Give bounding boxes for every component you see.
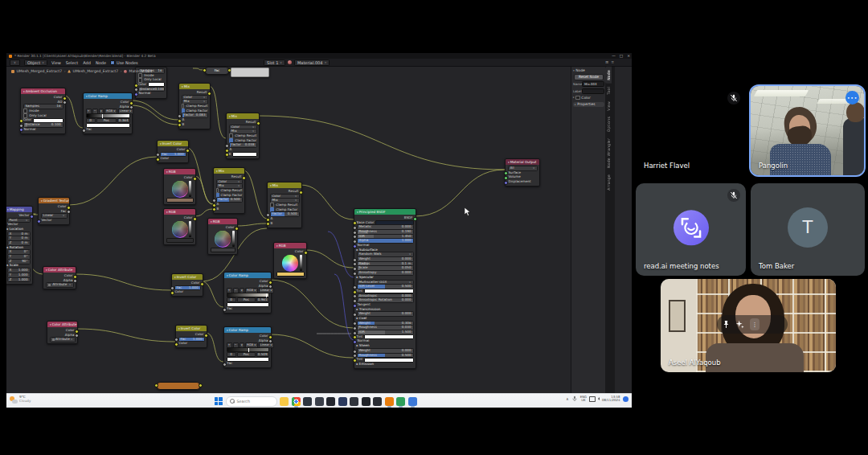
app-icon-3[interactable] — [326, 397, 335, 406]
taskbar-search[interactable]: Search — [226, 396, 277, 407]
node-header[interactable]: Invert Color — [158, 141, 188, 146]
node-header[interactable]: RGB — [164, 169, 195, 174]
node-header[interactable]: Invert Color — [172, 274, 203, 280]
effects-sparkle-icon[interactable] — [735, 320, 744, 329]
tray-chevron-icon[interactable]: ∧ — [566, 397, 568, 401]
app-icon-5[interactable] — [350, 397, 358, 406]
color-wheel[interactable] — [172, 221, 188, 237]
menu-select[interactable]: Select — [66, 60, 78, 65]
node-row-slider[interactable]: Weight0.000 — [357, 349, 414, 353]
node-rgb-4[interactable]: RGBColor — [273, 242, 307, 279]
node-row-ddicon[interactable]: Attribute∨ — [50, 338, 76, 342]
node-mapping[interactable]: MappingVectorPoint∨Vector▸ LocationX0 mY… — [6, 206, 33, 285]
maximize-button[interactable]: □ — [620, 53, 623, 59]
blender-icon[interactable] — [385, 397, 394, 406]
link-drag-tooltip[interactable] — [231, 68, 269, 77]
node-collapsed-texture[interactable] — [157, 382, 200, 390]
node-principled-bsdf[interactable]: Principled BSDFBSDFBase ColorMetallic0.0… — [354, 208, 416, 369]
breadcrumb-item[interactable]: UMesh_Merged_Extract7 — [17, 69, 63, 73]
node-row-slider[interactable]: Factor0.500 — [216, 198, 243, 202]
color-wheel[interactable] — [172, 181, 188, 197]
clock[interactable]: 13:5808/11/2024 — [602, 396, 620, 403]
language-indicator[interactable]: ENGUK — [580, 396, 587, 403]
node-row-slider[interactable]: Fac1.000 — [178, 338, 205, 342]
start-button[interactable] — [214, 397, 223, 406]
reset-node-button[interactable]: Reset Node — [574, 74, 604, 80]
node-color-ramp-2[interactable]: Color RampColorAlpha+−∨RGB ∨Linear ∨0Pos… — [223, 272, 272, 314]
more-options-icon[interactable]: ⋮ — [750, 318, 760, 330]
menu-view[interactable]: View — [51, 60, 61, 65]
node-row-wheel[interactable] — [172, 181, 188, 198]
participant-tile-readai[interactable]: read.ai meeting notes — [636, 183, 746, 276]
node-row-wheel[interactable] — [172, 221, 188, 238]
color-row[interactable]: ▸ Color — [573, 96, 604, 100]
node-invert-color-2[interactable]: Invert ColorColorFac1.000Color — [171, 273, 203, 297]
node-row-slider[interactable]: Distance0.100 — [23, 123, 63, 127]
value-slider[interactable] — [189, 181, 191, 197]
app-icon-9[interactable] — [408, 397, 417, 406]
app-icon-1[interactable] — [303, 397, 312, 406]
node-row-pos[interactable]: 0Pos0.364 — [86, 119, 130, 123]
color-checkbox[interactable] — [575, 96, 580, 100]
node-gradient-texture[interactable]: Gradient TextureColorFacLinear∨Vector — [38, 197, 70, 225]
node-row-wheel[interactable] — [215, 231, 231, 248]
pin-icon[interactable] — [723, 320, 730, 329]
participant-tile-harriet[interactable]: Harriet Flavel — [636, 86, 746, 175]
node-color-attribute-1[interactable]: Color AttributeColorAlphaAttribute∨ — [43, 266, 76, 289]
node-row-slider[interactable]: Factor0.038 — [229, 143, 257, 147]
node-mix-4[interactable]: MixResultColor∨Mix∨Clamp ResultClamp Fac… — [267, 182, 302, 228]
node-header[interactable]: Color Attribute — [43, 267, 76, 273]
node-row-slider[interactable]: Fac1.000 — [160, 153, 186, 157]
node-header[interactable]: Invert Color — [176, 326, 207, 331]
node-header[interactable]: Mix — [268, 182, 301, 188]
participant-tile-aseel[interactable]: ⋮ Aseel AlYaqoub — [661, 279, 836, 372]
node-row-slider[interactable]: Factor0.083 — [182, 113, 208, 117]
node-row-wheel[interactable] — [282, 255, 298, 272]
node-rgb-1[interactable]: RGBColor — [163, 168, 196, 205]
node-header[interactable]: Mix — [179, 84, 210, 89]
node-color-ramp-3[interactable]: Color RampColorAlpha+−∨RGB ∨Linear ∨0Pos… — [223, 326, 272, 368]
node-row-slider[interactable]: Fac1.000 — [174, 286, 201, 290]
node-row-slider[interactable]: Roughness0.500 — [357, 354, 414, 358]
node-row-pos[interactable]: 0Pos0.961 — [227, 298, 269, 302]
node-row-slider[interactable]: Weight0.000 — [357, 312, 414, 316]
node-header[interactable]: RGB — [164, 209, 195, 215]
breadcrumb-item[interactable]: UMesh_Merged_Extract7 — [73, 69, 119, 73]
menu-node[interactable]: Node — [96, 60, 106, 65]
node-row-slider[interactable]: Anisotropy0.000 — [357, 271, 414, 275]
node-color-attribute-2[interactable]: Color AttributeColorAlphaAttribute∨ — [47, 321, 78, 344]
video-effects-toolbar[interactable]: ⋮ — [717, 315, 788, 334]
node-mix-2[interactable]: MixResultColor∨Mix∨Clamp ResultClamp Fac… — [226, 113, 260, 159]
mode-dropdown[interactable]: Object∨ — [24, 59, 47, 66]
menu-add[interactable]: Add — [83, 60, 91, 65]
participant-tile-tom[interactable]: T Tom Baker — [751, 183, 865, 276]
node-header[interactable]: Color Ramp — [224, 327, 271, 333]
node-header[interactable]: RGB — [208, 219, 237, 224]
sidebar-tab-tool[interactable]: Tool — [605, 84, 612, 98]
sidebar-tab-node-wrangler[interactable]: Node Wrangler — [605, 135, 612, 171]
node-fac-collapsed[interactable]: Fac — [205, 67, 229, 75]
color-wheel[interactable] — [282, 255, 298, 271]
node-ambient-occlusion[interactable]: Ambient OcclusionColorAOSamples16InsideO… — [20, 88, 66, 134]
node-header[interactable]: Color Attribute — [47, 322, 77, 327]
tile-options-button[interactable]: ••• — [845, 91, 859, 105]
app-icon-2[interactable] — [315, 397, 324, 406]
breadcrumb-item[interactable]: Material.004 — [129, 69, 153, 73]
node-row-slider[interactable]: Distance0.100 — [138, 88, 165, 92]
value-slider[interactable] — [300, 255, 302, 271]
use-nodes-checkbox[interactable]: ✓ — [110, 60, 115, 65]
node-invert-color-3[interactable]: Invert ColorColorFac1.000Color — [175, 325, 207, 348]
app-icon-6[interactable] — [362, 397, 371, 406]
node-header[interactable]: RGB — [274, 243, 306, 248]
editor-type-dropdown[interactable]: ∨ — [10, 59, 20, 66]
close-button[interactable]: × — [627, 53, 630, 59]
sidebar-tab-arrange[interactable]: Arrange — [605, 171, 612, 194]
file-explorer-icon[interactable] — [280, 397, 289, 406]
node-header[interactable]: Principled BSDF — [354, 209, 416, 215]
value-slider[interactable] — [232, 231, 235, 247]
node-header[interactable]: Mix — [227, 113, 259, 119]
sidebar-tab-view[interactable]: View — [605, 98, 612, 114]
chrome-icon[interactable] — [292, 397, 301, 406]
node-row-slider[interactable]: Anisotropic Rotation0.000 — [357, 298, 414, 302]
app-icon-8[interactable] — [396, 397, 405, 406]
